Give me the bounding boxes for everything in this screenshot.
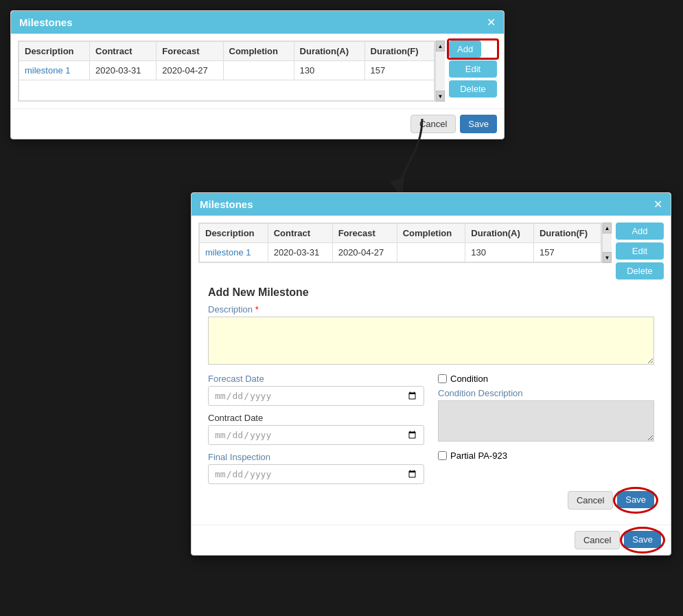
condition-checkbox[interactable] — [438, 374, 447, 383]
forecast-date-label: Forecast Date — [208, 374, 424, 384]
bottom-cell-contract: 2020-03-31 — [268, 243, 332, 262]
description-textarea[interactable] — [208, 317, 654, 365]
bottom-footer-save-button[interactable]: Save — [624, 531, 661, 548]
forecast-date-input[interactable] — [208, 386, 424, 406]
add-milestone-form: Add New Milestone Description * Forecast… — [198, 280, 664, 518]
cell-contract: 2020-03-31 — [90, 61, 157, 80]
bottom-scroll-down-btn[interactable]: ▼ — [603, 252, 612, 263]
form-title: Add New Milestone — [208, 286, 654, 299]
bottom-delete-button[interactable]: Delete — [616, 262, 664, 280]
bottom-cell-completion — [397, 243, 465, 262]
bottom-dialog-body: Description Contract Forecast Completion… — [192, 216, 671, 525]
cell-forecast: 2020-04-27 — [157, 61, 223, 80]
table-row-empty — [19, 80, 435, 101]
scroll-up-btn[interactable]: ▲ — [436, 41, 445, 52]
top-table-container: Description Contract Forecast Completion… — [18, 41, 445, 102]
bottom-dialog-close-button[interactable]: ✕ — [653, 199, 662, 210]
add-button[interactable]: Add — [449, 41, 481, 58]
bottom-cell-duration-f: 157 — [533, 243, 601, 262]
final-inspection-input[interactable] — [208, 464, 424, 484]
condition-checkbox-row: Condition — [438, 374, 654, 384]
bottom-action-buttons: Add Edit Delete — [616, 223, 664, 280]
top-dialog-title: Milestones — [19, 16, 73, 28]
contract-date-input[interactable] — [208, 425, 424, 445]
table-row[interactable]: milestone 1 2020-03-31 2020-04-27 130 15… — [19, 61, 435, 80]
bottom-scroll-up-btn[interactable]: ▲ — [603, 223, 612, 233]
top-save-button[interactable]: Save — [460, 115, 497, 133]
cell-description[interactable]: milestone 1 — [19, 61, 90, 80]
form-cancel-button[interactable]: Cancel — [568, 491, 613, 510]
bottom-footer-save-wrapper: Save — [624, 531, 661, 549]
condition-desc-textarea[interactable] — [438, 400, 654, 442]
top-dialog-body: Description Contract Forecast Completion… — [11, 34, 504, 109]
scroll-thumb-area — [436, 52, 445, 91]
bottom-col-duration-f: Duration(F) — [533, 224, 601, 243]
top-scrollbar[interactable]: ▲ ▼ — [435, 41, 445, 102]
top-action-buttons: Add Edit Delete — [449, 41, 497, 102]
final-inspection-label: Final Inspection — [208, 452, 424, 462]
top-dialog: Milestones ✕ Description Contract Foreca… — [10, 10, 505, 139]
top-dialog-footer: Cancel Save — [11, 109, 504, 139]
bottom-table-wrapper: Description Contract Forecast Completion… — [198, 223, 602, 263]
partial-checkbox[interactable] — [438, 451, 447, 460]
bottom-col-completion: Completion — [397, 224, 465, 243]
condition-label: Condition — [450, 374, 488, 384]
bottom-edit-button[interactable]: Edit — [616, 242, 664, 260]
bottom-footer-cancel-button[interactable]: Cancel — [575, 531, 620, 549]
form-right-col: Condition Condition Description Partial … — [438, 374, 654, 484]
cell-completion — [223, 61, 294, 80]
form-action-row: Cancel Save — [208, 491, 654, 514]
col-completion: Completion — [223, 42, 294, 61]
col-duration-f: Duration(F) — [364, 42, 434, 61]
top-table-scroll-area: Description Contract Forecast Completion… — [18, 41, 445, 102]
bottom-table-row[interactable]: milestone 1 2020-03-31 2020-04-27 130 15… — [200, 243, 601, 262]
col-description: Description — [19, 42, 90, 61]
bottom-dialog-header: Milestones ✕ — [192, 193, 671, 216]
contract-date-group: Contract Date — [208, 413, 424, 445]
contract-date-label: Contract Date — [208, 413, 424, 423]
partial-checkbox-row: Partial PA-923 — [438, 450, 654, 461]
top-dialog-header: Milestones ✕ — [11, 11, 504, 34]
bottom-table-container: Description Contract Forecast Completion… — [198, 223, 612, 263]
form-save-button[interactable]: Save — [617, 491, 654, 508]
form-main-row: Forecast Date Contract Date Final Inspec… — [208, 374, 654, 484]
bottom-scroll-thumb-area — [603, 233, 612, 252]
bottom-table-scroll-area: Description Contract Forecast Completion… — [198, 223, 612, 280]
bottom-dialog-footer: Cancel Save — [192, 525, 671, 555]
bottom-scrollbar[interactable]: ▲ ▼ — [602, 223, 612, 263]
col-duration-a: Duration(A) — [294, 42, 364, 61]
col-forecast: Forecast — [157, 42, 223, 61]
edit-button[interactable]: Edit — [449, 60, 497, 78]
top-table-wrapper: Description Contract Forecast Completion… — [18, 41, 435, 102]
top-cancel-button[interactable]: Cancel — [410, 115, 456, 133]
form-save-wrapper: Save — [617, 491, 654, 510]
condition-desc-label: Condition Description — [438, 388, 654, 398]
bottom-milestones-table: Description Contract Forecast Completion… — [199, 223, 601, 262]
add-btn-wrapper: Add — [449, 41, 497, 58]
top-table-area: Description Contract Forecast Completion… — [18, 41, 497, 102]
top-dialog-close-button[interactable]: ✕ — [487, 17, 496, 28]
bottom-table-area: Description Contract Forecast Completion… — [198, 223, 664, 280]
cell-duration-f: 157 — [364, 61, 434, 80]
bottom-col-duration-a: Duration(A) — [465, 224, 534, 243]
bottom-dialog-title: Milestones — [200, 198, 253, 210]
bottom-cell-description[interactable]: milestone 1 — [200, 243, 268, 262]
bottom-col-forecast: Forecast — [332, 224, 397, 243]
description-label: Description * — [208, 304, 654, 315]
bottom-col-contract: Contract — [268, 224, 332, 243]
bottom-add-button[interactable]: Add — [616, 223, 664, 240]
final-inspection-group: Final Inspection — [208, 452, 424, 484]
bottom-dialog: Milestones ✕ Description Contract Foreca… — [191, 192, 671, 556]
delete-button[interactable]: Delete — [449, 80, 497, 98]
cell-duration-a: 130 — [294, 61, 364, 80]
bottom-cell-duration-a: 130 — [465, 243, 534, 262]
scroll-down-btn[interactable]: ▼ — [436, 91, 445, 102]
bottom-col-description: Description — [200, 224, 268, 243]
bottom-cell-forecast: 2020-04-27 — [332, 243, 397, 262]
top-milestones-table: Description Contract Forecast Completion… — [19, 41, 435, 101]
col-contract: Contract — [90, 42, 157, 61]
form-left-col: Forecast Date Contract Date Final Inspec… — [208, 374, 424, 484]
partial-label: Partial PA-923 — [450, 450, 507, 461]
